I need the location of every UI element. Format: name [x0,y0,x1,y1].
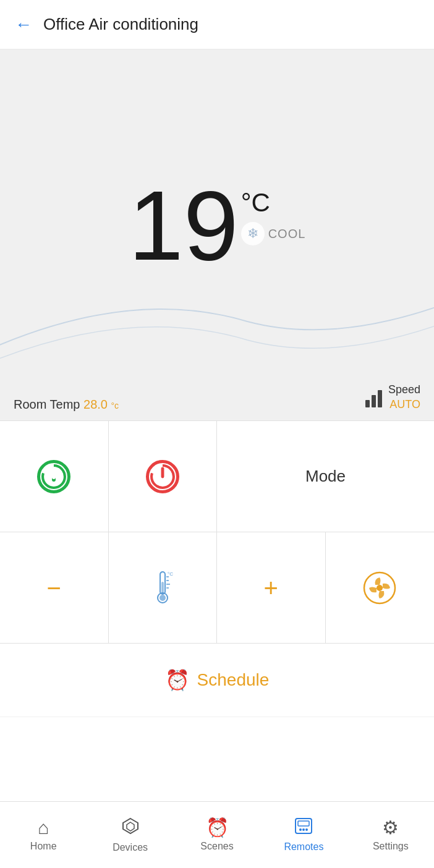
svg-point-14 [377,585,383,591]
nav-item-devices[interactable]: Devices [87,802,173,868]
nav-item-remotes[interactable]: Remotes [260,802,347,868]
nav-item-home[interactable]: ⌂ Home [0,802,87,868]
mode-button[interactable]: Mode [217,421,434,532]
svg-point-7 [160,595,166,601]
nav-label-home: Home [30,841,57,852]
bottom-nav: ⌂ Home Devices ⏰ Scenes Remotes ⚙ [0,801,434,868]
decrease-temp-button[interactable]: − [0,532,109,644]
plus-icon: + [264,576,278,600]
temperature-right-panel: °C ❄ COOL [241,189,306,245]
nav-label-scenes: Scenes [200,841,233,852]
mode-area: ❄ COOL [241,222,306,245]
schedule-label: Schedule [197,670,270,690]
bar-2 [372,395,376,407]
page-title: Office Air conditioning [43,15,198,34]
power-off-button[interactable] [109,421,218,532]
svg-point-0 [43,466,65,488]
power-on-icon [37,460,70,493]
speed-label: Speed [388,383,420,397]
temperature-display: 19 °C ❄ COOL Room Temp 28.0 °c Spee [0,49,434,420]
nav-label-settings: Settings [373,841,409,852]
room-temp-unit: °c [111,401,119,411]
nav-label-remotes: Remotes [284,841,323,853]
power-on-button[interactable] [0,421,109,532]
mode-label: COOL [268,227,306,241]
remotes-icon [294,817,313,838]
back-button[interactable]: ← [15,16,32,33]
svg-point-20 [302,828,305,831]
temperature-unit: °C [241,189,306,217]
control-grid: Mode − °C + [0,420,434,644]
bar-1 [365,400,370,407]
fan-icon [363,571,396,605]
speed-area: Speed AUTO [365,383,420,412]
svg-point-21 [305,828,308,831]
svg-rect-1 [53,467,56,478]
room-temp-display: Room Temp 28.0 °c [14,398,119,412]
devices-icon [121,817,140,838]
speed-text: Speed AUTO [388,383,420,412]
mode-button-label: Mode [305,467,346,486]
thermometer-button[interactable]: °C [109,532,218,644]
svg-marker-16 [127,822,134,831]
room-temp-value: 28.0 [83,398,108,411]
signal-bars-icon [365,388,382,407]
bar-3 [378,390,382,407]
nav-item-settings[interactable]: ⚙ Settings [347,802,434,868]
schedule-button[interactable]: ⏰ Schedule [0,644,434,717]
info-bar: Room Temp 28.0 °c Speed AUTO [0,374,434,420]
scenes-icon: ⏰ [206,819,229,837]
room-temp-label: Room Temp 28.0 °c [14,398,119,411]
temperature-value-area: 19 °C ❄ COOL [129,176,306,275]
fan-button[interactable] [326,532,435,644]
thermometer-icon: °C [149,569,176,606]
svg-point-19 [299,828,302,831]
power-off-icon [146,460,179,493]
minus-icon: − [47,576,61,600]
increase-temp-button[interactable]: + [217,532,326,644]
settings-icon: ⚙ [382,819,399,837]
svg-text:°C: °C [168,571,173,577]
temperature-number: 19 [129,176,239,275]
header: ← Office Air conditioning [0,0,434,49]
svg-rect-18 [298,821,309,826]
svg-rect-3 [161,467,164,478]
home-icon: ⌂ [38,819,49,837]
speed-value: AUTO [388,398,420,412]
nav-item-scenes[interactable]: ⏰ Scenes [174,802,260,868]
nav-label-devices: Devices [113,842,148,853]
schedule-icon: ⏰ [165,668,190,692]
snowflake-icon: ❄ [241,222,265,245]
